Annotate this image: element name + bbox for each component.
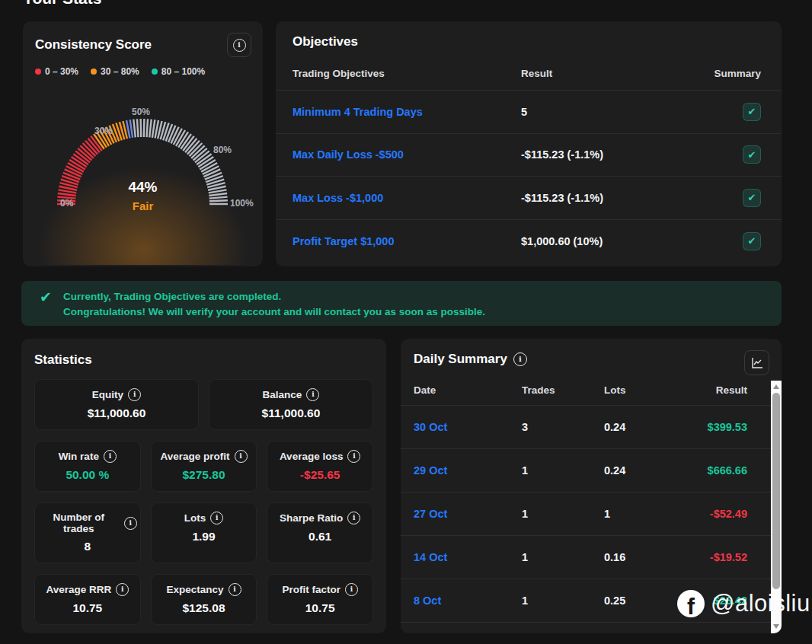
info-icon[interactable]: i bbox=[235, 450, 248, 463]
info-icon[interactable]: i bbox=[347, 450, 360, 463]
info-icon[interactable]: i bbox=[128, 388, 141, 401]
stat-tile: Expectancyi$125.08 bbox=[151, 574, 257, 625]
info-icon[interactable]: i bbox=[104, 450, 117, 463]
objective-row: Max Daily Loss -$500-$115.23 (-1.1%)✔ bbox=[276, 134, 782, 177]
daily-date-link[interactable]: 30 Oct bbox=[414, 421, 522, 433]
dashboard-page: Your Stats Consistency Score i 0 – 30%30… bbox=[0, 0, 812, 644]
daily-result: $666.66 bbox=[695, 464, 747, 477]
daily-lots: 0.24 bbox=[604, 464, 695, 477]
banner-line-1: Currently, Trading Objectives are comple… bbox=[63, 289, 485, 304]
stat-tile: Number of tradesi8 bbox=[34, 502, 141, 563]
objectives-col-name: Trading Objectives bbox=[293, 68, 521, 79]
objective-row: Minimum 4 Trading Days5✔ bbox=[276, 91, 782, 134]
line-chart-icon bbox=[751, 357, 763, 369]
info-icon[interactable]: i bbox=[124, 517, 137, 530]
facebook-icon: f bbox=[677, 590, 705, 617]
page-title: Your Stats bbox=[23, 0, 101, 8]
legend-label: 30 – 80% bbox=[101, 66, 139, 77]
scrollbar-down-arrow[interactable] bbox=[771, 620, 782, 632]
stat-tile: Balancei$11,000.60 bbox=[209, 379, 373, 430]
consistency-score-title: Consistency Score bbox=[35, 37, 152, 53]
stat-value: 0.61 bbox=[270, 530, 369, 544]
daily-lots: 1 bbox=[604, 508, 695, 520]
objectives-title: Objectives bbox=[276, 21, 782, 49]
daily-date-link[interactable]: 29 Oct bbox=[414, 464, 522, 477]
objective-row: Profit Target $1,000$1,000.60 (10%)✔ bbox=[276, 220, 782, 263]
scrollbar-up-arrow[interactable] bbox=[771, 381, 782, 392]
daily-date-link[interactable]: 8 Oct bbox=[414, 595, 522, 607]
objectives-table-body: Minimum 4 Trading Days5✔Max Daily Loss -… bbox=[276, 91, 782, 263]
info-icon[interactable]: i bbox=[229, 583, 241, 596]
objectives-completed-banner: ✔ Currently, Trading Objectives are comp… bbox=[21, 281, 782, 326]
info-icon[interactable]: i bbox=[306, 388, 319, 401]
objective-link[interactable]: Minimum 4 Trading Days bbox=[293, 106, 521, 118]
check-badge: ✔ bbox=[743, 232, 761, 250]
gauge-value: 44% bbox=[23, 179, 263, 196]
stat-label: Equity bbox=[92, 389, 123, 400]
stat-label: Win rate bbox=[59, 451, 99, 462]
stat-label: Profit factor bbox=[282, 584, 340, 595]
gauge-tick-50: 50% bbox=[132, 107, 150, 117]
daily-result: -$52.49 bbox=[695, 508, 747, 520]
stat-tile: Sharpe Ratioi0.61 bbox=[267, 502, 373, 563]
info-icon[interactable]: i bbox=[116, 583, 129, 596]
objective-link[interactable]: Profit Target $1,000 bbox=[293, 235, 521, 247]
stat-value: -$25.65 bbox=[270, 468, 369, 482]
daily-summary-chart-button[interactable] bbox=[744, 350, 769, 375]
watermark-handle: @aloisliu bbox=[711, 590, 810, 617]
info-icon[interactable]: i bbox=[347, 512, 360, 524]
gauge-tick-80: 80% bbox=[213, 145, 232, 155]
consistency-score-card: Consistency Score i 0 – 30%30 – 80%80 – … bbox=[23, 21, 263, 266]
daily-summary-card: Daily Summary i Date Trades Lots Result … bbox=[401, 339, 782, 633]
gauge-tick-0: 0% bbox=[60, 198, 73, 209]
legend-item: 0 – 30% bbox=[35, 66, 78, 77]
legend-item: 30 – 80% bbox=[91, 66, 139, 77]
daily-trades: 3 bbox=[522, 421, 604, 433]
daily-summary-row: 27 Oct11-$52.49 bbox=[401, 493, 782, 536]
stat-value: 8 bbox=[38, 540, 137, 553]
stat-label: Sharpe Ratio bbox=[280, 512, 343, 524]
stat-value: $11,000.60 bbox=[38, 406, 195, 420]
check-icon: ✔ bbox=[40, 289, 52, 307]
objectives-col-summary: Summary bbox=[712, 68, 761, 79]
stat-tile: Win ratei50.00 % bbox=[34, 441, 141, 492]
daily-date-link[interactable]: 27 Oct bbox=[414, 508, 522, 520]
daily-summary-info-icon[interactable]: i bbox=[513, 352, 527, 366]
stat-tile: Average RRRi10.75 bbox=[34, 574, 141, 625]
daily-summary-row: 30 Oct30.24$399.53 bbox=[401, 406, 782, 449]
daily-lots: 0.24 bbox=[604, 421, 695, 433]
info-icon[interactable]: i bbox=[210, 512, 223, 524]
info-icon[interactable]: i bbox=[345, 583, 358, 596]
daily-date-link[interactable]: 14 Oct bbox=[414, 551, 522, 563]
objective-result: -$115.23 (-1.1%) bbox=[521, 192, 712, 204]
statistics-card: Statistics Equityi$11,000.60Balancei$11,… bbox=[21, 339, 386, 633]
objectives-col-result: Result bbox=[521, 68, 712, 79]
scrollbar-thumb[interactable] bbox=[772, 393, 780, 589]
statistics-grid: Equityi$11,000.60Balancei$11,000.60Win r… bbox=[34, 379, 373, 625]
stat-label: Average profit bbox=[160, 451, 229, 462]
consistency-legend: 0 – 30%30 – 80%80 – 100% bbox=[23, 57, 263, 77]
daily-result: $399.53 bbox=[695, 421, 747, 433]
stat-tile: Average profiti$275.80 bbox=[151, 441, 257, 492]
daily-trades: 1 bbox=[522, 551, 604, 563]
daily-col-result: Result bbox=[695, 384, 747, 396]
objective-link[interactable]: Max Loss -$1,000 bbox=[293, 192, 521, 204]
gauge-status: Fair bbox=[23, 199, 263, 212]
stat-value: $11,000.60 bbox=[213, 406, 369, 420]
legend-dot-icon bbox=[35, 69, 41, 75]
stat-value: $125.08 bbox=[155, 601, 254, 615]
daily-col-lots: Lots bbox=[604, 384, 695, 396]
legend-dot-icon bbox=[91, 69, 97, 75]
daily-trades: 1 bbox=[522, 508, 604, 520]
objective-link[interactable]: Max Daily Loss -$500 bbox=[293, 148, 521, 161]
stat-tile: Lotsi1.99 bbox=[151, 502, 257, 563]
check-badge: ✔ bbox=[743, 189, 761, 207]
legend-label: 0 – 30% bbox=[45, 66, 78, 77]
watermark: f @aloisliu bbox=[677, 590, 810, 617]
stat-value: 1.99 bbox=[155, 530, 254, 544]
daily-trades: 1 bbox=[522, 595, 604, 607]
objectives-card: Objectives Trading Objectives Result Sum… bbox=[276, 21, 782, 266]
objectives-table-header: Trading Objectives Result Summary bbox=[276, 57, 782, 91]
banner-line-2: Congratulations! We will verify your acc… bbox=[63, 304, 485, 320]
consistency-info-button[interactable]: i bbox=[227, 33, 251, 57]
